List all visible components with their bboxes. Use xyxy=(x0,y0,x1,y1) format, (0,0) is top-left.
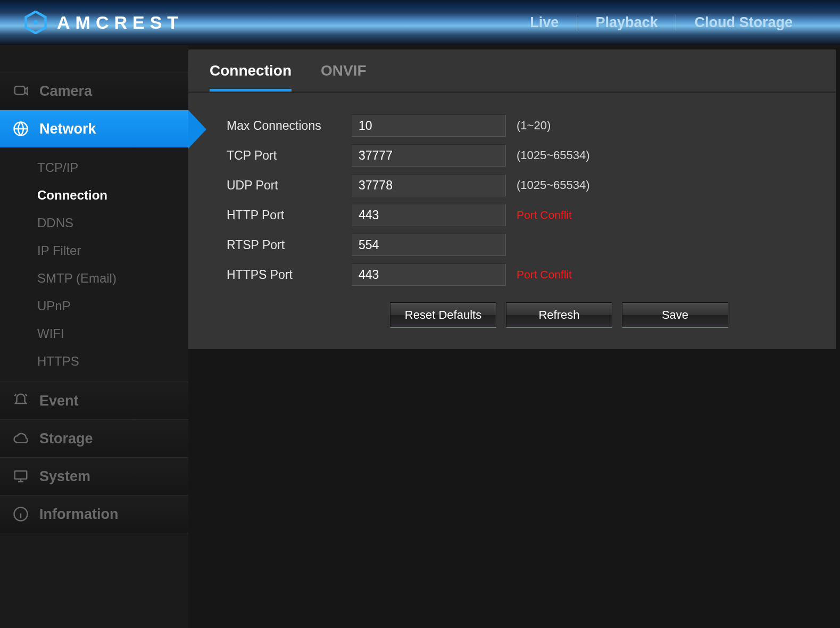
svg-rect-2 xyxy=(15,86,25,94)
input-max-connections[interactable] xyxy=(352,114,506,137)
sidebar-sub-https[interactable]: HTTPS xyxy=(0,348,188,375)
globe-icon xyxy=(12,120,30,138)
sidebar-item-label: System xyxy=(39,468,90,485)
header-bar: AMCREST Live Playback Cloud Storage xyxy=(0,0,840,45)
cloud-icon xyxy=(12,429,30,448)
sidebar: Camera Network TCP/IP Connection DDNS IP… xyxy=(0,45,188,628)
row-https-port: HTTPS Port Port Conflit xyxy=(227,260,836,290)
sidebar-sub-tcpip[interactable]: TCP/IP xyxy=(0,154,188,181)
hint-http-port: Port Conflit xyxy=(517,209,572,221)
hint-https-port: Port Conflit xyxy=(517,268,572,281)
bell-icon xyxy=(12,392,30,410)
sidebar-item-label: Storage xyxy=(39,431,93,447)
label-max-connections: Max Connections xyxy=(227,119,352,133)
sidebar-sub-smtp[interactable]: SMTP (Email) xyxy=(0,265,188,292)
sidebar-item-information[interactable]: Information xyxy=(0,495,188,533)
label-udp-port: UDP Port xyxy=(227,178,352,193)
camera-icon xyxy=(12,82,30,100)
sidebar-item-label: Information xyxy=(39,506,119,523)
svg-point-1 xyxy=(34,20,38,24)
hint-tcp-port: (1025~65534) xyxy=(517,148,590,162)
sidebar-item-camera[interactable]: Camera xyxy=(0,72,188,110)
topnav-live[interactable]: Live xyxy=(512,14,577,31)
sidebar-item-event[interactable]: Event xyxy=(0,382,188,419)
sidebar-item-label: Camera xyxy=(39,83,92,100)
brand-name: AMCREST xyxy=(57,12,184,33)
sidebar-item-label: Network xyxy=(39,121,96,137)
row-rtsp-port: RTSP Port xyxy=(227,230,836,260)
topnav-playback[interactable]: Playback xyxy=(577,14,676,31)
label-http-port: HTTP Port xyxy=(227,208,352,222)
label-rtsp-port: RTSP Port xyxy=(227,238,352,252)
sidebar-item-storage[interactable]: Storage xyxy=(0,420,188,457)
row-max-connections: Max Connections (1~20) xyxy=(227,111,836,141)
input-http-port[interactable] xyxy=(352,204,506,226)
row-udp-port: UDP Port (1025~65534) xyxy=(227,170,836,200)
input-https-port[interactable] xyxy=(352,263,506,286)
sidebar-sub-wifi[interactable]: WIFI xyxy=(0,320,188,348)
hint-udp-port: (1025~65534) xyxy=(517,178,590,192)
button-row: Reset Defaults Refresh Save xyxy=(227,290,836,328)
svg-rect-4 xyxy=(15,471,27,479)
sidebar-sub-connection[interactable]: Connection xyxy=(0,181,188,209)
row-http-port: HTTP Port Port Conflit xyxy=(227,200,836,230)
sidebar-sub-ipfilter[interactable]: IP Filter xyxy=(0,237,188,265)
info-icon xyxy=(12,505,30,523)
topnav-cloud-storage[interactable]: Cloud Storage xyxy=(676,14,811,31)
sidebar-item-network[interactable]: Network xyxy=(0,110,188,147)
input-rtsp-port[interactable] xyxy=(352,234,506,256)
amcrest-logo-icon xyxy=(24,11,47,34)
content-area: Connection ONVIF Max Connections (1~20) … xyxy=(188,45,840,628)
sidebar-sub-upnp[interactable]: UPnP xyxy=(0,292,188,320)
top-nav: Live Playback Cloud Storage xyxy=(512,14,840,31)
monitor-icon xyxy=(12,467,30,485)
refresh-button[interactable]: Refresh xyxy=(506,302,612,328)
settings-panel: Connection ONVIF Max Connections (1~20) … xyxy=(188,49,836,349)
reset-defaults-button[interactable]: Reset Defaults xyxy=(390,302,496,328)
label-tcp-port: TCP Port xyxy=(227,148,352,163)
tab-connection[interactable]: Connection xyxy=(210,62,292,92)
label-https-port: HTTPS Port xyxy=(227,268,352,282)
input-tcp-port[interactable] xyxy=(352,144,506,167)
sidebar-network-subs: TCP/IP Connection DDNS IP Filter SMTP (E… xyxy=(0,147,188,382)
tab-bar: Connection ONVIF xyxy=(188,49,836,92)
input-udp-port[interactable] xyxy=(352,174,506,196)
hint-max-connections: (1~20) xyxy=(517,119,551,133)
sidebar-item-label: Event xyxy=(39,393,79,409)
row-tcp-port: TCP Port (1025~65534) xyxy=(227,141,836,170)
sidebar-item-system[interactable]: System xyxy=(0,458,188,495)
sidebar-sub-ddns[interactable]: DDNS xyxy=(0,209,188,237)
brand-logo: AMCREST xyxy=(24,11,184,34)
save-button[interactable]: Save xyxy=(622,302,728,328)
tab-onvif[interactable]: ONVIF xyxy=(321,62,367,92)
connection-form: Max Connections (1~20) TCP Port (1025~65… xyxy=(188,93,836,328)
